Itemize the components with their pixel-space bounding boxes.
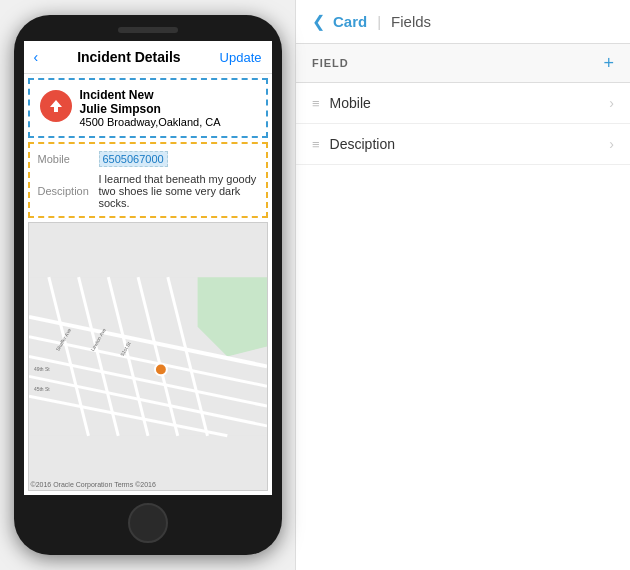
incident-info: Incident New Julie Simpson 4500 Broadway…	[80, 88, 256, 128]
phone-frame: ‹ Incident Details Update Incide	[14, 15, 282, 555]
mobile-label: Mobile	[38, 153, 93, 165]
svg-text:45th St: 45th St	[33, 387, 49, 392]
screen-header: ‹ Incident Details Update	[24, 41, 272, 74]
drag-handle-description[interactable]: ≡	[312, 137, 320, 152]
mobile-value: 6505067000	[99, 151, 168, 167]
map-svg: Shaffer Ave Lawton Ave 51st St 49th St 4…	[29, 223, 267, 490]
chevron-right-mobile: ›	[609, 95, 614, 111]
drag-handle-mobile[interactable]: ≡	[312, 96, 320, 111]
field-item-mobile[interactable]: ≡ Mobile ›	[296, 83, 630, 124]
field-list-header: FIELD +	[296, 44, 630, 83]
map-background: Shaffer Ave Lawton Ave 51st St 49th St 4…	[29, 223, 267, 490]
panel-divider: |	[377, 13, 381, 30]
phone-screen: ‹ Incident Details Update Incide	[24, 41, 272, 495]
incident-address: 4500 Broadway,Oakland, CA	[80, 116, 256, 128]
map-copyright: ©2016 Oracle Corporation Terms ©2016	[31, 481, 156, 488]
svg-text:49th St: 49th St	[33, 367, 49, 372]
map-section: Shaffer Ave Lawton Ave 51st St 49th St 4…	[28, 222, 268, 491]
field-name-mobile: Mobile	[330, 95, 371, 111]
field-item-mobile-left: ≡ Mobile	[312, 95, 371, 111]
phone-home-button[interactable]	[128, 503, 168, 543]
incident-person: Julie Simpson	[80, 102, 256, 116]
phone-mockup: ‹ Incident Details Update Incide	[0, 0, 295, 570]
field-name-description: Desciption	[330, 136, 395, 152]
screen-back-button[interactable]: ‹	[34, 49, 39, 65]
incident-icon	[40, 90, 72, 122]
description-field-row: Desciption I learned that beneath my goo…	[38, 170, 258, 212]
add-field-button[interactable]: +	[603, 54, 614, 72]
screen-title: Incident Details	[77, 49, 180, 65]
screen-update-button[interactable]: Update	[220, 50, 262, 65]
field-list-title: FIELD	[312, 57, 349, 69]
description-value: I learned that beneath my goody two shoe…	[99, 173, 258, 209]
incident-section: Incident New Julie Simpson 4500 Broadway…	[28, 78, 268, 138]
incident-row: Incident New Julie Simpson 4500 Broadway…	[40, 88, 256, 128]
upload-icon	[48, 98, 64, 114]
mobile-field-row: Mobile 6505067000	[38, 148, 258, 170]
panel-fields-tab[interactable]: Fields	[391, 13, 431, 30]
field-item-description[interactable]: ≡ Desciption ›	[296, 124, 630, 165]
panel-card-label[interactable]: Card	[333, 13, 367, 30]
panel-header: ❮ Card | Fields	[296, 0, 630, 44]
panel-back-arrow[interactable]: ❮	[312, 12, 325, 31]
phone-speaker	[118, 27, 178, 33]
chevron-right-description: ›	[609, 136, 614, 152]
field-item-description-left: ≡ Desciption	[312, 136, 395, 152]
field-section: Mobile 6505067000 Desciption I learned t…	[28, 142, 268, 218]
svg-marker-0	[50, 100, 62, 112]
svg-point-18	[154, 363, 166, 375]
description-label: Desciption	[38, 185, 93, 197]
screen-body: Incident New Julie Simpson 4500 Broadway…	[24, 74, 272, 495]
fields-panel: ❮ Card | Fields FIELD + ≡ Mobile › ≡ Des…	[295, 0, 630, 570]
incident-title: Incident New	[80, 88, 256, 102]
